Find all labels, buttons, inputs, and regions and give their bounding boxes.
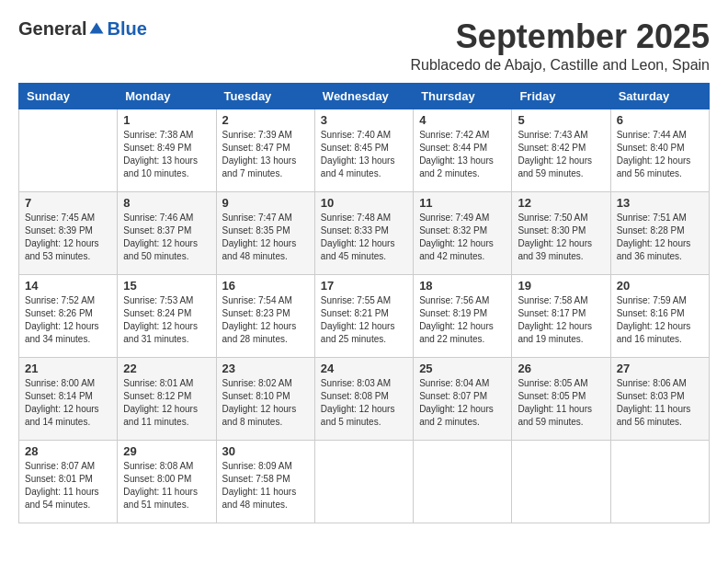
calendar-cell: 1Sunrise: 7:38 AM Sunset: 8:49 PM Daylig… [118,109,216,191]
calendar-cell: 29Sunrise: 8:08 AM Sunset: 8:00 PM Dayli… [118,440,216,523]
day-number: 21 [25,362,111,375]
day-number: 6 [617,113,703,127]
day-info: Sunrise: 7:47 AM Sunset: 8:35 PM Dayligh… [222,212,309,263]
logo-icon [88,21,105,38]
day-number: 9 [222,196,309,210]
day-info: Sunrise: 7:38 AM Sunset: 8:49 PM Dayligh… [123,129,210,180]
calendar-cell: 4Sunrise: 7:42 AM Sunset: 8:44 PM Daylig… [414,109,512,191]
month-title: September 2025 [410,18,710,55]
calendar-cell: 7Sunrise: 7:45 AM Sunset: 8:39 PM Daylig… [19,191,118,274]
calendar-cell: 22Sunrise: 8:01 AM Sunset: 8:12 PM Dayli… [118,357,216,440]
calendar-header-saturday: Saturday [610,83,709,109]
day-info: Sunrise: 8:00 AM Sunset: 8:14 PM Dayligh… [25,377,111,429]
day-info: Sunrise: 7:40 AM Sunset: 8:45 PM Dayligh… [321,129,407,180]
day-info: Sunrise: 7:52 AM Sunset: 8:26 PM Dayligh… [25,294,111,346]
calendar-cell: 8Sunrise: 7:46 AM Sunset: 8:37 PM Daylig… [118,191,216,274]
calendar-table: SundayMondayTuesdayWednesdayThursdayFrid… [18,83,710,523]
day-info: Sunrise: 8:05 AM Sunset: 8:05 PM Dayligh… [518,377,604,429]
day-number: 1 [123,113,210,127]
day-number: 8 [123,196,210,210]
calendar-header-sunday: Sunday [19,83,118,109]
calendar-header-thursday: Thursday [414,83,512,109]
calendar-cell [19,109,118,191]
day-number: 19 [518,279,604,293]
calendar-cell: 24Sunrise: 8:03 AM Sunset: 8:08 PM Dayli… [314,357,413,440]
day-number: 25 [419,362,506,375]
day-info: Sunrise: 8:01 AM Sunset: 8:12 PM Dayligh… [123,377,210,429]
calendar-cell: 18Sunrise: 7:56 AM Sunset: 8:19 PM Dayli… [414,274,512,357]
day-number: 23 [222,362,309,375]
calendar-week-row: 14Sunrise: 7:52 AM Sunset: 8:26 PM Dayli… [19,274,710,357]
day-info: Sunrise: 7:42 AM Sunset: 8:44 PM Dayligh… [419,129,506,180]
calendar-cell: 19Sunrise: 7:58 AM Sunset: 8:17 PM Dayli… [512,274,610,357]
day-number: 13 [617,196,703,210]
calendar-week-row: 28Sunrise: 8:07 AM Sunset: 8:01 PM Dayli… [19,440,710,523]
calendar-cell: 6Sunrise: 7:44 AM Sunset: 8:40 PM Daylig… [610,109,709,191]
calendar-cell: 14Sunrise: 7:52 AM Sunset: 8:26 PM Dayli… [19,274,118,357]
day-number: 18 [419,279,506,293]
calendar-cell: 11Sunrise: 7:49 AM Sunset: 8:32 PM Dayli… [414,191,512,274]
calendar-header-tuesday: Tuesday [216,83,314,109]
calendar-cell: 23Sunrise: 8:02 AM Sunset: 8:10 PM Dayli… [216,357,314,440]
calendar-week-row: 21Sunrise: 8:00 AM Sunset: 8:14 PM Dayli… [19,357,710,440]
calendar-cell: 21Sunrise: 8:00 AM Sunset: 8:14 PM Dayli… [19,357,118,440]
calendar-cell: 28Sunrise: 8:07 AM Sunset: 8:01 PM Dayli… [19,440,118,523]
day-info: Sunrise: 7:44 AM Sunset: 8:40 PM Dayligh… [617,129,703,180]
calendar-cell: 10Sunrise: 7:48 AM Sunset: 8:33 PM Dayli… [314,191,413,274]
day-number: 28 [25,444,111,458]
calendar-cell: 26Sunrise: 8:05 AM Sunset: 8:05 PM Dayli… [512,357,610,440]
day-number: 29 [123,444,210,458]
title-block: September 2025 Rublacedo de Abajo, Casti… [410,18,710,74]
day-number: 3 [321,113,407,127]
day-info: Sunrise: 8:07 AM Sunset: 8:01 PM Dayligh… [25,460,111,511]
day-info: Sunrise: 8:02 AM Sunset: 8:10 PM Dayligh… [222,377,309,429]
calendar-cell: 30Sunrise: 8:09 AM Sunset: 7:58 PM Dayli… [216,440,314,523]
calendar-header-monday: Monday [118,83,216,109]
day-info: Sunrise: 7:51 AM Sunset: 8:28 PM Dayligh… [617,212,703,263]
day-number: 27 [617,362,703,375]
calendar-header-row: SundayMondayTuesdayWednesdayThursdayFrid… [19,83,710,109]
calendar-cell [414,440,512,523]
day-number: 7 [25,196,111,210]
day-info: Sunrise: 7:45 AM Sunset: 8:39 PM Dayligh… [25,212,111,263]
calendar-cell: 15Sunrise: 7:53 AM Sunset: 8:24 PM Dayli… [118,274,216,357]
day-number: 20 [617,279,703,293]
day-number: 16 [222,279,309,293]
calendar-cell [314,440,413,523]
day-info: Sunrise: 7:53 AM Sunset: 8:24 PM Dayligh… [123,294,210,346]
day-number: 12 [518,196,604,210]
day-number: 24 [321,362,407,375]
day-info: Sunrise: 8:09 AM Sunset: 7:58 PM Dayligh… [222,460,309,511]
day-info: Sunrise: 8:08 AM Sunset: 8:00 PM Dayligh… [123,460,210,511]
calendar-cell: 27Sunrise: 8:06 AM Sunset: 8:03 PM Dayli… [610,357,709,440]
logo-blue-text: Blue [107,18,146,40]
calendar-week-row: 1Sunrise: 7:38 AM Sunset: 8:49 PM Daylig… [19,109,710,191]
day-info: Sunrise: 7:46 AM Sunset: 8:37 PM Dayligh… [123,212,210,263]
day-number: 15 [123,279,210,293]
day-number: 4 [419,113,506,127]
calendar-header-friday: Friday [512,83,610,109]
location-title: Rublacedo de Abajo, Castille and Leon, S… [410,57,710,74]
calendar-cell: 20Sunrise: 7:59 AM Sunset: 8:16 PM Dayli… [610,274,709,357]
day-number: 10 [321,196,407,210]
day-number: 5 [518,113,604,127]
logo: General Blue [18,18,147,40]
calendar-cell [512,440,610,523]
calendar-cell: 3Sunrise: 7:40 AM Sunset: 8:45 PM Daylig… [314,109,413,191]
day-info: Sunrise: 7:50 AM Sunset: 8:30 PM Dayligh… [518,212,604,263]
page-header: General Blue September 2025 Rublacedo de… [18,18,710,74]
day-info: Sunrise: 7:56 AM Sunset: 8:19 PM Dayligh… [419,294,506,346]
day-number: 26 [518,362,604,375]
calendar-cell [610,440,709,523]
calendar-cell: 16Sunrise: 7:54 AM Sunset: 8:23 PM Dayli… [216,274,314,357]
day-number: 30 [222,444,309,458]
day-info: Sunrise: 8:03 AM Sunset: 8:08 PM Dayligh… [321,377,407,429]
calendar-cell: 12Sunrise: 7:50 AM Sunset: 8:30 PM Dayli… [512,191,610,274]
calendar-cell: 2Sunrise: 7:39 AM Sunset: 8:47 PM Daylig… [216,109,314,191]
calendar-cell: 5Sunrise: 7:43 AM Sunset: 8:42 PM Daylig… [512,109,610,191]
svg-marker-0 [90,22,104,33]
day-info: Sunrise: 7:48 AM Sunset: 8:33 PM Dayligh… [321,212,407,263]
day-info: Sunrise: 7:43 AM Sunset: 8:42 PM Dayligh… [518,129,604,180]
calendar-cell: 13Sunrise: 7:51 AM Sunset: 8:28 PM Dayli… [610,191,709,274]
calendar-cell: 17Sunrise: 7:55 AM Sunset: 8:21 PM Dayli… [314,274,413,357]
